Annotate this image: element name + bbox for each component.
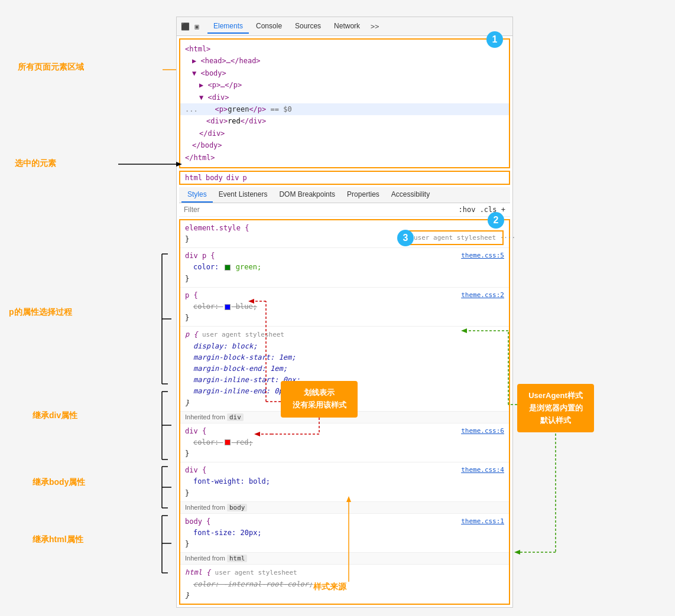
source-ua-p: user agent stylesheet bbox=[202, 331, 284, 338]
sub-tab-dom-breakpoints[interactable]: DOM Breakpoints bbox=[273, 187, 341, 203]
swatch-red bbox=[225, 439, 231, 445]
body-line: ▼ <body> bbox=[185, 67, 504, 79]
rule-div-p: div p { theme.css:5 color: green; } bbox=[180, 248, 509, 288]
inherited-from-html: Inherited from html bbox=[180, 553, 509, 565]
breadcrumb-div[interactable]: div bbox=[226, 174, 239, 182]
annotation-inherit-div: 继承div属性 bbox=[33, 410, 77, 421]
sub-tab-accessibility[interactable]: Accessibility bbox=[385, 187, 436, 203]
source-theme1[interactable]: theme.css:1 bbox=[461, 516, 504, 527]
cursor-icon[interactable]: ⬛ bbox=[180, 22, 190, 31]
breadcrumb-html[interactable]: html bbox=[185, 174, 202, 182]
annotation-selected-element: 选中的元素 bbox=[15, 158, 56, 169]
box-icon[interactable]: ▣ bbox=[192, 22, 202, 31]
html-tree: <html> ▶ <head>…</head> ▼ <body> ▶ <p>…<… bbox=[185, 43, 504, 164]
svg-marker-33 bbox=[514, 550, 520, 555]
highlighted-row: ... <p>green</p> == $0 bbox=[180, 103, 509, 115]
annotation-style-source: 样式来源 bbox=[313, 582, 346, 592]
tab-sources[interactable]: Sources bbox=[289, 19, 327, 34]
user-agent-source-panel: user agent stylesheet ···· bbox=[409, 230, 504, 245]
rule-p-blue: p { theme.css:2 color: blue; } bbox=[180, 288, 509, 327]
source-theme2[interactable]: theme.css:2 bbox=[461, 290, 504, 301]
tab-network[interactable]: Network bbox=[328, 19, 366, 34]
annotation-p-property: p的属性选择过程 bbox=[9, 307, 72, 318]
close-body-line: </body> bbox=[185, 139, 504, 151]
rule-div-red: div { theme.css:6 color: red; } bbox=[180, 423, 509, 463]
sub-tab-event-listeners[interactable]: Event Listeners bbox=[213, 187, 274, 203]
annotation-all-elements: 所有页面元素区域 bbox=[18, 62, 84, 73]
div-line: ▼ <div> bbox=[185, 92, 504, 103]
swatch-blue bbox=[225, 304, 231, 310]
source-theme6[interactable]: theme.css:6 bbox=[461, 426, 504, 436]
badge-1: 1 bbox=[486, 31, 503, 48]
rule-body: body { theme.css:1 font-size: 20px; } bbox=[180, 514, 509, 553]
tab-elements[interactable]: Elements bbox=[207, 19, 249, 34]
badge-3: 3 bbox=[397, 230, 414, 246]
badge-2: 2 bbox=[488, 212, 504, 229]
elements-panel: 1 <html> ▶ <head>…</head> ▼ <body> ▶ <p>… bbox=[179, 38, 510, 168]
annotation-inherit-html: 继承html属性 bbox=[33, 534, 83, 545]
sub-tab-bar: Styles Event Listeners DOM Breakpoints P… bbox=[179, 187, 510, 203]
tab-more[interactable]: >> bbox=[367, 20, 382, 33]
useragent-explanation-box: UserAgent样式 是浏览器内置的 默认样式 bbox=[517, 384, 594, 432]
source-theme4[interactable]: theme.css:4 bbox=[461, 465, 504, 475]
swatch-green bbox=[225, 265, 231, 270]
tab-console[interactable]: Console bbox=[250, 19, 288, 34]
close-div-line: </div> bbox=[185, 128, 504, 139]
close-html-line: </html> bbox=[185, 152, 504, 164]
breadcrumb-bar: html body div p bbox=[179, 171, 510, 185]
breadcrumb-p[interactable]: p bbox=[243, 174, 247, 182]
filter-input[interactable] bbox=[184, 206, 272, 214]
div-red-line: <div>red</div> bbox=[185, 115, 504, 127]
inherited-from-body: Inherited from body bbox=[180, 502, 509, 514]
strikethrough-explanation-box: 划线表示 没有采用该样式 bbox=[281, 381, 358, 418]
sub-tab-properties[interactable]: Properties bbox=[341, 187, 385, 203]
sub-tab-styles[interactable]: Styles bbox=[181, 187, 213, 203]
annotation-inherit-body: 继承body属性 bbox=[33, 477, 85, 488]
html-line: <html> bbox=[185, 43, 504, 55]
breadcrumb-body[interactable]: body bbox=[206, 174, 223, 182]
filter-bar: :hov .cls + bbox=[179, 203, 510, 217]
rule-div-bold: div { theme.css:4 font-weight: bold; } bbox=[180, 462, 509, 502]
p-line: ▶ <p>…</p> bbox=[185, 79, 504, 91]
source-ua-html: user agent stylesheet bbox=[215, 569, 297, 576]
source-theme5[interactable]: theme.css:5 bbox=[461, 250, 504, 261]
head-line: ▶ <head>…</head> bbox=[185, 55, 504, 67]
tab-bar: ⬛ ▣ Elements Console Sources Network >> bbox=[177, 17, 512, 36]
